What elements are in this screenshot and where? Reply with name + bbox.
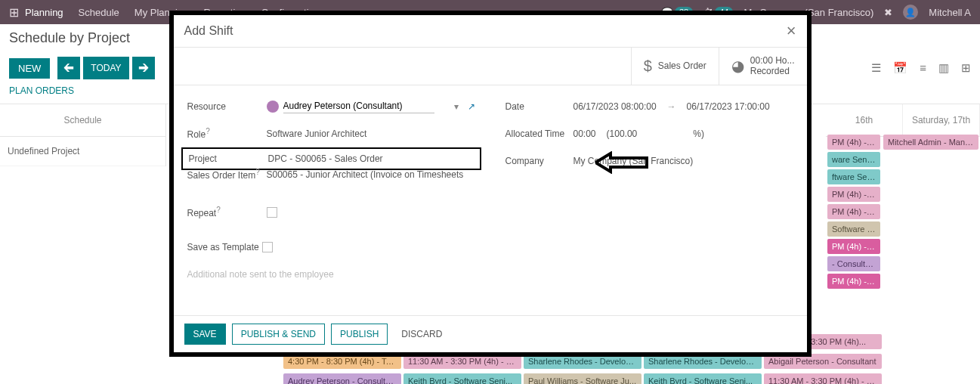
sales-order-stat-label: Sales Order	[658, 60, 706, 71]
arrow-right-icon: →	[667, 101, 676, 112]
allocated-time-label: Allocated Time	[505, 129, 573, 139]
allocated-pct-open[interactable]: (100.00	[607, 129, 638, 139]
publish-button[interactable]: PUBLISH	[331, 324, 388, 345]
sales-order-stat-button[interactable]: $ Sales Order	[631, 48, 719, 85]
date-end-value[interactable]: 06/17/2023 17:00:00	[687, 101, 770, 112]
role-value[interactable]: Software Junior Architect	[267, 129, 475, 139]
close-icon[interactable]: ×	[787, 23, 796, 39]
modal-overlay: Add Shift × $ Sales Order ◕ 00:00 Ho... …	[0, 0, 980, 384]
save-as-template-label: Save as Template	[187, 242, 259, 252]
hours-recorded-label: Recorded	[750, 66, 795, 76]
dollar-icon: $	[644, 57, 652, 75]
save-as-template-checkbox[interactable]	[262, 242, 273, 252]
resource-input[interactable]	[283, 99, 434, 113]
additional-note-input[interactable]: Additional note sent to the employee	[187, 269, 334, 280]
project-value[interactable]: DPC - S00065 - Sales Order	[268, 153, 474, 164]
role-label: Role?	[187, 127, 267, 140]
company-label: Company	[505, 156, 573, 166]
sales-order-item-value[interactable]: S00065 - Junior Architect (Invoice on Ti…	[267, 169, 475, 180]
resource-avatar	[267, 101, 279, 113]
external-link-icon[interactable]: ↗	[468, 101, 475, 112]
publish-send-button[interactable]: PUBLISH & SEND	[232, 324, 325, 345]
hours-recorded-stat-button[interactable]: ◕ 00:00 Ho... Recorded	[719, 48, 807, 85]
add-shift-modal: Add Shift × $ Sales Order ◕ 00:00 Ho... …	[169, 11, 812, 357]
discard-button[interactable]: DISCARD	[394, 324, 450, 344]
resource-label: Resource	[187, 101, 267, 112]
svg-marker-0	[595, 153, 647, 172]
clock-icon: ◕	[731, 57, 744, 75]
hours-recorded-value: 00:00 Ho...	[750, 55, 795, 66]
allocated-hours-value[interactable]: 00:00	[573, 129, 596, 139]
allocated-pct-close: %)	[693, 129, 704, 139]
annotation-arrow	[595, 151, 648, 174]
modal-title: Add Shift	[184, 24, 233, 38]
chevron-down-icon[interactable]: ▾	[454, 101, 459, 112]
date-label: Date	[505, 101, 573, 112]
repeat-checkbox[interactable]	[267, 207, 277, 218]
project-label: Project	[189, 153, 268, 164]
repeat-label: Repeat?	[187, 206, 267, 218]
date-start-value[interactable]: 06/17/2023 08:00:00	[573, 101, 657, 112]
save-button[interactable]: SAVE	[184, 324, 226, 345]
sales-order-item-label: Sales Order Item?	[187, 168, 267, 181]
